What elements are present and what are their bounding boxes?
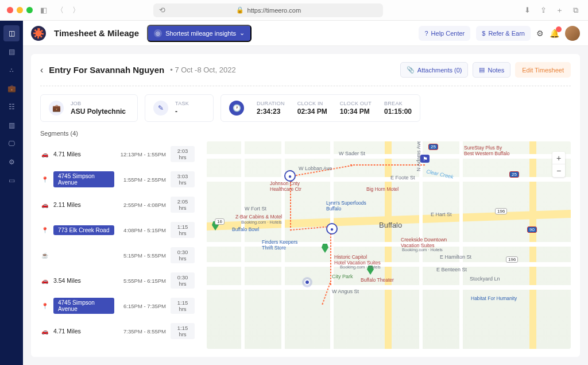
map-street-1: W Sader St — [339, 151, 365, 156]
map-shield-5: 90 — [527, 226, 537, 233]
sidebar-item-dashboard[interactable]: ◫ — [3, 25, 20, 41]
sidebar-nav: ◫ ▤ ⛬ 💼 ☷ ▥ 🖵 ⚙ ▭ — [0, 21, 23, 365]
logo[interactable] — [31, 26, 46, 41]
map-street-6: N Adams Ave — [416, 141, 421, 171]
map-street-8: E Hamilton St — [440, 254, 471, 260]
segment-duration: 2:03 hrs — [171, 146, 195, 162]
lock-icon: 🔒 — [236, 6, 244, 14]
sidebar-item-display[interactable]: ▭ — [3, 172, 20, 189]
segment-row[interactable]: 🚗4.71 Miles12:13PM - 1:55PM2:03 hrs — [40, 141, 195, 167]
segment-main: 4.71 Miles — [53, 328, 114, 335]
time-card: 🕐 DURATION 2:34:23 CLOCK IN 02:34 PM CLO… — [220, 94, 420, 122]
minimize-window[interactable] — [17, 7, 23, 13]
avatar[interactable] — [565, 26, 580, 41]
map-street-4: E Hart St — [431, 212, 452, 217]
car-icon: 🚗 — [41, 151, 49, 157]
refer-button[interactable]: $ Refer & Earn — [476, 26, 531, 41]
map-pin-1[interactable]: ● — [284, 170, 296, 182]
sidebar-item-jobs[interactable]: 💼 — [3, 80, 20, 97]
segment-row[interactable]: ☕5:15PM - 5:55PM0:30 hrs — [40, 243, 195, 268]
tabs-icon[interactable]: ⧉ — [571, 5, 581, 16]
insights-button[interactable]: ◎ Shortest mileage insights ⌄ — [147, 25, 252, 42]
sidebar-toggle-icon[interactable]: ◧ — [38, 6, 49, 14]
sidebar-item-settings[interactable]: ⚙ — [3, 154, 20, 170]
chevron-down-icon: ⌄ — [239, 29, 245, 37]
download-icon[interactable]: ⬇ — [523, 5, 533, 16]
job-value: ASU Polytechnic — [71, 107, 126, 116]
map-current-location — [304, 279, 310, 285]
help-center-button[interactable]: ? Help Center — [419, 26, 470, 41]
segment-row[interactable]: 📍4745 Simpson Avenue1:55PM - 2:55PM3:03 … — [40, 167, 195, 192]
notification-badge — [556, 26, 562, 32]
map-poi-park: City Park — [332, 274, 353, 279]
zoom-in-button[interactable]: + — [552, 152, 565, 164]
entry-prefix: Entry For — [49, 65, 87, 75]
task-label: TASK — [175, 101, 189, 106]
segment-time: 5:15PM - 5:55PM — [119, 252, 166, 259]
map-city-label: Buffalo — [379, 221, 402, 229]
attachments-button[interactable]: 📎 Attachments (0) — [400, 62, 469, 78]
url-text: https://timeero.com — [247, 7, 301, 14]
segment-time: 4:08PM - 5:15PM — [119, 227, 166, 233]
segment-address-chip: 4745 Simpson Avenue — [53, 298, 114, 314]
close-window[interactable] — [7, 7, 13, 13]
sidebar-item-people[interactable]: ⛬ — [3, 62, 20, 78]
maximize-window[interactable] — [26, 7, 33, 13]
map[interactable]: ● ● ⚑ Buffalo Johnson Cnty Healthcare Ct… — [207, 141, 571, 349]
segment-row[interactable]: 📍4745 Simpson Avenue6:15PM - 7:35PM1:15 … — [40, 293, 195, 318]
help-icon: ? — [424, 30, 428, 37]
back-icon[interactable]: 〈 — [55, 5, 65, 16]
map-poi-creekside: Creekside Downtown Vacation Suites — [401, 237, 447, 248]
clockin-value: 02:34 PM — [297, 107, 327, 116]
new-tab-icon[interactable]: ＋ — [555, 5, 565, 16]
map-street-10: W Fort St — [245, 206, 266, 212]
sidebar-item-timesheets[interactable]: ▤ — [3, 44, 20, 60]
entry-header: ‹ Entry For Savannah Nguyen • 7 Oct -8 O… — [40, 62, 571, 78]
map-poi-grocery: Lynn's Superfoods Buffalo — [326, 200, 366, 212]
map-shield-4: 25 — [509, 171, 519, 178]
share-icon[interactable]: ⇪ — [539, 5, 549, 16]
target-icon: ◎ — [154, 29, 162, 37]
map-shield-3: 25 — [428, 144, 438, 150]
car-icon: 🚗 — [41, 328, 49, 335]
map-flag[interactable]: ⚑ — [420, 155, 430, 163]
zoom-out-button[interactable]: − — [552, 164, 565, 177]
segment-row[interactable]: 📍773 Elk Creek Road4:08PM - 5:15PM1:15 h… — [40, 217, 195, 243]
map-street-2: W Lobban Ave — [299, 166, 332, 171]
coffee-icon: ☕ — [41, 252, 49, 259]
sidebar-item-schedule[interactable]: ☷ — [3, 99, 20, 115]
segment-duration: 3:03 hrs — [171, 171, 195, 187]
map-poi-creekside-sub: Booking.com · Hotels — [402, 247, 443, 252]
car-icon: 🚗 — [41, 202, 49, 208]
map-shield-1: 196 — [495, 208, 507, 214]
back-chevron-icon[interactable]: ‹ — [40, 65, 43, 75]
sidebar-item-reports[interactable]: ▥ — [3, 117, 20, 133]
segment-row[interactable]: 🚗4.71 Miles7:35PM - 8:55PM1:15 hrs — [40, 318, 195, 344]
segment-row[interactable]: 🚗3.54 Miles5:55PM - 6:15PM0:30 hrs — [40, 268, 195, 293]
gear-icon[interactable]: ⚙ — [536, 29, 544, 38]
map-poi-surestay: SureStay Plus By Best Western Buffalo — [464, 145, 510, 156]
segment-main: 3.54 Miles — [53, 277, 114, 284]
map-pin-2[interactable]: ● — [326, 223, 338, 235]
segment-time: 1:55PM - 2:55PM — [119, 176, 166, 183]
segment-duration: 0:30 hrs — [171, 247, 195, 263]
clockout-value: 10:34 PM — [340, 107, 372, 116]
url-bar[interactable]: ⟲ 🔒 https://timeero.com — [153, 3, 383, 17]
forward-icon[interactable]: 〉 — [71, 5, 81, 16]
pin-icon: 📍 — [41, 303, 49, 309]
bell-icon[interactable]: 🔔 — [550, 29, 559, 38]
reload-icon[interactable]: ⟲ — [157, 6, 167, 14]
segment-duration: 1:15 hrs — [171, 298, 195, 314]
sidebar-item-monitor[interactable]: 🖵 — [3, 136, 20, 152]
note-icon: ▤ — [479, 66, 485, 74]
pin-icon: 📍 — [41, 227, 49, 233]
map-poi-motel1: Big Horn Motel — [366, 186, 399, 192]
task-value: - — [175, 107, 189, 116]
notes-button[interactable]: ▤ Notes — [473, 62, 510, 78]
edit-timesheet-button[interactable]: Edit Timesheet — [515, 62, 571, 78]
topbar: Timesheet & Mileage ◎ Shortest mileage i… — [23, 21, 588, 46]
map-zoom-control: + − — [552, 152, 565, 177]
segment-row[interactable]: 🚗2.11 Miles2:55PM - 4:08PM2:05 hrs — [40, 192, 195, 217]
car-icon: 🚗 — [41, 278, 49, 284]
map-poi-hospital: Johnson Cnty Healthcare Ctr — [270, 180, 301, 192]
